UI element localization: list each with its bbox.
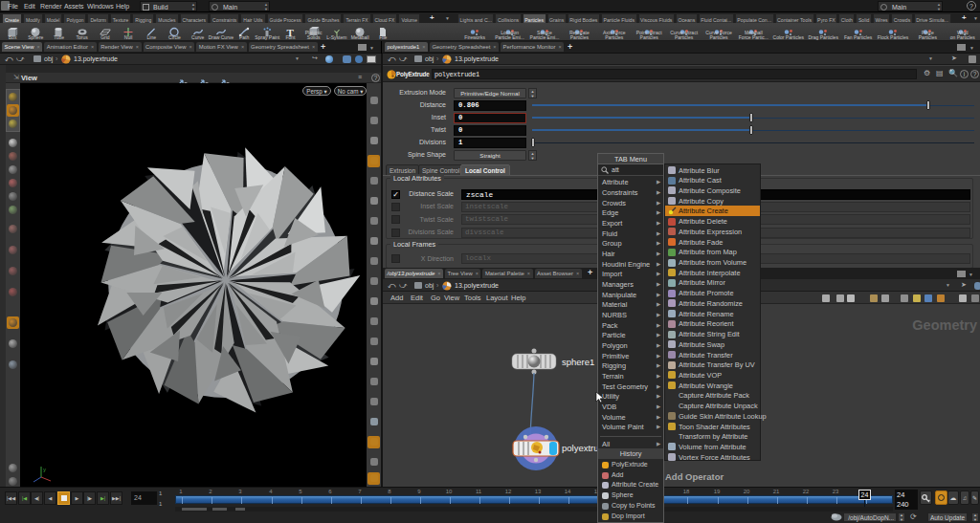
svg-text:y: y xyxy=(43,467,46,472)
